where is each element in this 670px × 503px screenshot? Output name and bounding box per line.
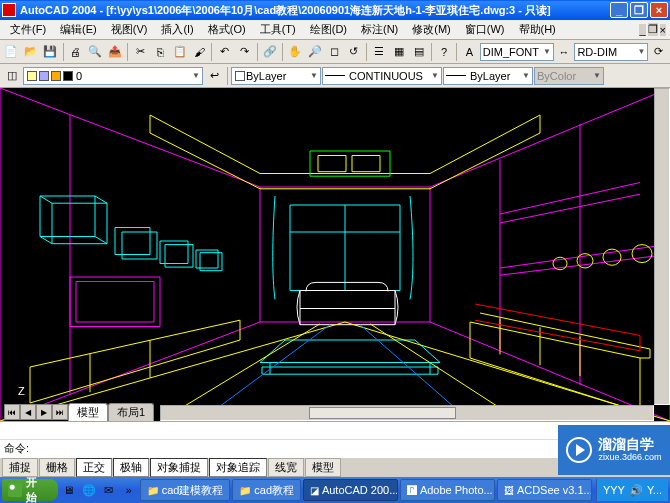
- menu-tools[interactable]: 工具(T): [254, 20, 302, 39]
- status-ortho[interactable]: 正交: [76, 458, 112, 477]
- status-model[interactable]: 模型: [305, 458, 341, 477]
- linetype-combo[interactable]: CONTINUOUS▼: [322, 67, 442, 85]
- menu-help[interactable]: 帮助(H): [513, 20, 562, 39]
- tab-prev-button[interactable]: ◀: [20, 404, 36, 420]
- pan-icon[interactable]: ✋: [286, 42, 305, 62]
- task-label: Adobe Photo...: [420, 484, 493, 496]
- layer-manager-icon[interactable]: ◫: [2, 66, 22, 86]
- window-title: AutoCAD 2004 - [f:\yy\ys1\2006年\2006年10月…: [20, 3, 608, 18]
- match-icon[interactable]: 🖌: [190, 42, 209, 62]
- dim-style-combo[interactable]: RD-DIM▼: [574, 43, 648, 61]
- layers-toolbar: ◫ 0 ▼ ↩ ByLayer▼ CONTINUOUS▼ ByLayer▼ By…: [0, 64, 670, 88]
- menu-insert[interactable]: 插入(I): [155, 20, 199, 39]
- undo-icon[interactable]: ↶: [215, 42, 234, 62]
- hscroll-thumb[interactable]: [309, 407, 457, 419]
- linetype-preview: [325, 75, 345, 76]
- zoom-realtime-icon[interactable]: 🔎: [305, 42, 324, 62]
- ql-more-icon[interactable]: »: [120, 481, 138, 499]
- doc-close-button[interactable]: ×: [660, 24, 666, 36]
- svg-line-22: [40, 237, 52, 244]
- properties-icon[interactable]: ☰: [370, 42, 389, 62]
- zoom-previous-icon[interactable]: ↺: [345, 42, 364, 62]
- menu-draw[interactable]: 绘图(D): [304, 20, 353, 39]
- minimize-button[interactable]: _: [610, 2, 628, 18]
- tray-volume-icon[interactable]: 🔊: [629, 484, 643, 497]
- menu-window[interactable]: 窗口(W): [459, 20, 511, 39]
- layer-previous-icon[interactable]: ↩: [204, 66, 224, 86]
- dim-style-icon[interactable]: ↔: [555, 42, 574, 62]
- svg-line-0: [0, 88, 260, 187]
- menu-format[interactable]: 格式(O): [202, 20, 252, 39]
- layout-tabs: ⏮ ◀ ▶ ⏭ 模型 布局1: [4, 403, 154, 421]
- plotstyle-value: ByColor: [537, 70, 576, 82]
- menu-view[interactable]: 视图(V): [105, 20, 154, 39]
- status-lwt[interactable]: 线宽: [268, 458, 304, 477]
- cut-icon[interactable]: ✂: [131, 42, 150, 62]
- taskbar-item-4[interactable]: 🅿Adobe Photo...: [400, 479, 495, 501]
- text-style-icon[interactable]: A: [460, 42, 479, 62]
- horizontal-scrollbar[interactable]: [160, 405, 654, 421]
- app-name: AutoCAD 2004: [20, 4, 96, 16]
- tab-last-button[interactable]: ⏭: [52, 404, 68, 420]
- tray-ime-icon[interactable]: YYY: [603, 484, 625, 496]
- preview-icon[interactable]: 🔍: [86, 42, 105, 62]
- close-button[interactable]: ×: [650, 2, 668, 18]
- svg-rect-31: [76, 282, 154, 323]
- save-icon[interactable]: 💾: [41, 42, 60, 62]
- new-file-icon[interactable]: 📄: [2, 42, 21, 62]
- menu-edit[interactable]: 编辑(E): [54, 20, 103, 39]
- hyperlink-icon[interactable]: 🔗: [260, 42, 279, 62]
- copy-icon[interactable]: ⎘: [151, 42, 170, 62]
- redo-icon[interactable]: ↷: [235, 42, 254, 62]
- lineweight-combo[interactable]: ByLayer▼: [443, 67, 533, 85]
- menu-file[interactable]: 文件(F): [4, 20, 52, 39]
- design-center-icon[interactable]: ▦: [390, 42, 409, 62]
- taskbar-item-1[interactable]: 📁cad建模教程: [140, 479, 231, 501]
- status-otrack[interactable]: 对象追踪: [209, 458, 267, 477]
- layer-combo[interactable]: 0 ▼: [23, 67, 203, 85]
- dim-update-icon[interactable]: ⟳: [649, 42, 668, 62]
- doc-minimize-button[interactable]: _: [639, 24, 645, 36]
- text-style-combo[interactable]: DIM_FONT▼: [480, 43, 554, 61]
- ql-desktop-icon[interactable]: 🖥: [60, 481, 78, 499]
- tab-next-button[interactable]: ▶: [36, 404, 52, 420]
- status-osnap[interactable]: 对象捕捉: [150, 458, 208, 477]
- maximize-button[interactable]: ❐: [630, 2, 648, 18]
- system-tray[interactable]: YYY 🔊 Y...: [596, 479, 668, 501]
- publish-icon[interactable]: 📤: [106, 42, 125, 62]
- vertical-scrollbar[interactable]: [654, 88, 670, 405]
- layout1-tab[interactable]: 布局1: [108, 403, 154, 421]
- taskbar-item-5[interactable]: 🖼ACDSee v3.1...: [497, 479, 592, 501]
- ql-ie-icon[interactable]: 🌐: [80, 481, 98, 499]
- print-icon[interactable]: 🖨: [67, 42, 86, 62]
- model-tab[interactable]: 模型: [68, 403, 108, 421]
- drawing-area[interactable]: Z ⏮ ◀ ▶ ⏭ 模型 布局1: [0, 88, 670, 421]
- command-prompt: 命令:: [4, 441, 29, 456]
- task-label: cad教程: [254, 483, 294, 498]
- color-combo[interactable]: ByLayer▼: [231, 67, 321, 85]
- status-polar[interactable]: 极轴: [113, 458, 149, 477]
- watermark-url: zixue.3d66.com: [598, 453, 661, 463]
- plotstyle-combo[interactable]: ByColor▼: [534, 67, 604, 85]
- tool-palettes-icon[interactable]: ▤: [409, 42, 428, 62]
- menu-dimension[interactable]: 标注(N): [355, 20, 404, 39]
- layer-name: 0: [76, 70, 82, 82]
- menu-modify[interactable]: 修改(M): [406, 20, 457, 39]
- open-file-icon[interactable]: 📂: [22, 42, 41, 62]
- color-swatch: [235, 71, 245, 81]
- tab-first-button[interactable]: ⏮: [4, 404, 20, 420]
- ql-mail-icon[interactable]: ✉: [100, 481, 118, 499]
- taskbar-item-2[interactable]: 📁cad教程: [232, 479, 301, 501]
- svg-point-42: [632, 245, 652, 263]
- paste-icon[interactable]: 📋: [170, 42, 189, 62]
- zoom-window-icon[interactable]: ◻: [325, 42, 344, 62]
- svg-rect-47: [300, 291, 395, 325]
- doc-restore-button[interactable]: ❐: [648, 23, 658, 36]
- tray-clock: Y...: [647, 484, 662, 496]
- start-button[interactable]: 开始: [2, 479, 58, 501]
- taskbar-item-3[interactable]: ◪AutoCAD 200...: [303, 479, 398, 501]
- help-icon[interactable]: ?: [435, 42, 454, 62]
- lineweight-value: ByLayer: [470, 70, 510, 82]
- viewport[interactable]: Z ⏮ ◀ ▶ ⏭ 模型 布局1: [0, 88, 670, 421]
- dim-style-value: RD-DIM: [577, 46, 617, 58]
